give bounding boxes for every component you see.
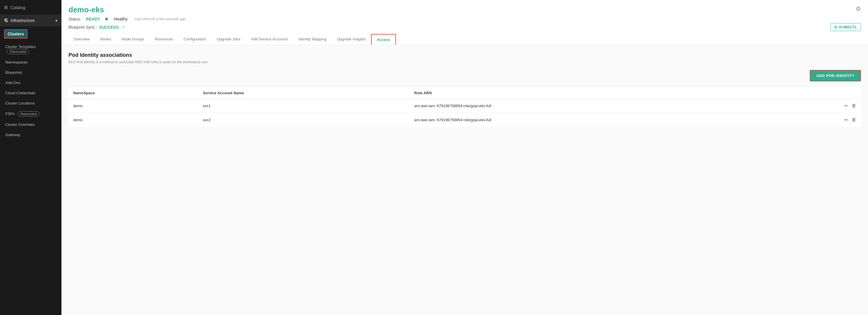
sidebar-item-namespaces[interactable]: Namespaces: [0, 57, 61, 67]
col-actions: [771, 87, 861, 99]
deprecated-badge-1: Deprecated: [7, 49, 29, 54]
tab-access[interactable]: Access: [371, 34, 396, 45]
sidebar-item-cloud-credentials[interactable]: Cloud Credentials: [0, 88, 61, 98]
sidebar-item-gateway[interactable]: Gateway: [0, 130, 61, 140]
edit-row2-button[interactable]: ✏: [844, 117, 848, 123]
sidebar: ⊞ Catalog 🏗 Infrastructure ▾ Clusters Cl…: [0, 0, 61, 315]
row1-actions: ✏ 🗑: [771, 99, 861, 113]
tab-nodes[interactable]: Nodes: [95, 34, 117, 45]
tab-bar: Overview Nodes Node Groups Resources Con…: [68, 34, 861, 45]
row1-namespace: demo: [68, 99, 198, 113]
main-content: demo-eks ⚙ Status: READY Healthy Last ch…: [61, 0, 868, 315]
section-title: Pod Identity associations: [68, 52, 861, 58]
cluster-templates-label: Cluster Templates: [5, 44, 36, 49]
table-row: demo svc2 arn:aws:iam::679196758854:role…: [68, 113, 861, 127]
row2-role-arn: arn:aws:iam::679196758854:role/gopi-eks-…: [410, 113, 771, 127]
sidebar-item-blueprints[interactable]: Blueprints: [0, 67, 61, 77]
row2-namespace: demo: [68, 113, 198, 127]
row2-actions: ✏ 🗑: [771, 113, 861, 127]
blueprint-value: SUCCESS: [99, 25, 119, 30]
last-checkin-text: Last check-in a few seconds ago: [135, 17, 186, 21]
table-header-row: NameSpace Service Account Name Role ARN: [68, 87, 861, 99]
infra-icon: 🏗: [4, 18, 8, 23]
infrastructure-label: Infrastructure: [10, 18, 34, 23]
chevron-down-icon: ▾: [55, 18, 57, 23]
table-row: demo svc1 arn:aws:iam::679196758854:role…: [68, 99, 861, 113]
col-service-account: Service Account Name: [198, 87, 410, 99]
health-indicator: [105, 18, 108, 21]
delete-row1-button[interactable]: 🗑: [851, 103, 856, 108]
catalog-label: Catalog: [10, 5, 26, 10]
tab-upgrade-jobs[interactable]: Upgrade Jobs: [212, 34, 246, 45]
tab-resources[interactable]: Resources: [150, 34, 178, 45]
sidebar-item-cluster-overrides[interactable]: Cluster Overrides: [0, 120, 61, 130]
sidebar-item-cluster-locations[interactable]: Cluster Locations: [0, 98, 61, 108]
gateway-label: Gateway: [5, 133, 20, 137]
addons-label: Add-Ons: [5, 81, 20, 85]
page-header: demo-eks ⚙ Status: READY Healthy Last ch…: [61, 0, 868, 45]
grid-icon: ⊞: [4, 5, 8, 10]
sidebar-item-psps[interactable]: PSPs Deprecated: [0, 108, 61, 120]
tab-upgrade-insights[interactable]: Upgrade Insights: [332, 34, 371, 45]
clusters-nav-item[interactable]: Clusters: [0, 26, 61, 41]
tab-identity-mapping[interactable]: Identity Mapping: [293, 34, 332, 45]
add-pod-identity-button[interactable]: ADD POD IDENTITY: [810, 70, 861, 82]
terminal-icon: ⊡: [834, 25, 837, 29]
col-role-arn: Role ARN: [410, 87, 771, 99]
sidebar-item-cluster-templates[interactable]: Cluster Templates Deprecated: [0, 41, 61, 57]
namespaces-label: Namespaces: [5, 60, 28, 64]
psps-label: PSPs: [5, 112, 15, 116]
edit-row1-button[interactable]: ✏: [844, 103, 848, 108]
section-description: EKS Pod Identity is a method to associat…: [68, 60, 861, 64]
blueprint-prefix: Blueprint Sync :: [68, 25, 97, 30]
clusters-label: Clusters: [4, 29, 28, 39]
kubectl-button[interactable]: ⊡ KUBECTL: [830, 23, 861, 31]
cloud-credentials-label: Cloud Credentials: [5, 91, 35, 95]
sidebar-item-addons[interactable]: Add-Ons: [0, 77, 61, 88]
tab-node-groups[interactable]: Node Groups: [117, 34, 150, 45]
settings-icon[interactable]: ⚙: [856, 5, 861, 12]
external-link-icon[interactable]: ↗: [122, 25, 125, 29]
row1-role-arn: arn:aws:iam::679196758854:role/gopi-eks-…: [410, 99, 771, 113]
pod-identity-table: NameSpace Service Account Name Role ARN …: [68, 87, 861, 127]
cluster-overrides-label: Cluster Overrides: [5, 122, 35, 127]
health-label: Healthy: [114, 17, 128, 21]
tab-iam-service-accounts[interactable]: IAM Service Accounts: [246, 34, 293, 45]
content-area: Pod Identity associations EKS Pod Identi…: [61, 45, 868, 315]
col-namespace: NameSpace: [68, 87, 198, 99]
cluster-locations-label: Cluster Locations: [5, 101, 34, 105]
kubectl-label: KUBECTL: [839, 25, 857, 29]
page-title: demo-eks: [68, 5, 104, 14]
row2-service-account: svc2: [198, 113, 410, 127]
status-prefix: Status:: [68, 17, 81, 21]
tab-configuration[interactable]: Configuration: [178, 34, 211, 45]
deprecated-badge-2: Deprecated: [18, 111, 39, 117]
delete-row2-button[interactable]: 🗑: [851, 117, 856, 123]
tab-overview[interactable]: Overview: [68, 34, 95, 45]
catalog-nav-item[interactable]: ⊞ Catalog: [0, 0, 61, 14]
infrastructure-nav-item[interactable]: 🏗 Infrastructure ▾: [0, 14, 61, 26]
status-value: READY: [86, 17, 100, 21]
blueprints-label: Blueprints: [5, 70, 22, 75]
row1-service-account: svc1: [198, 99, 410, 113]
